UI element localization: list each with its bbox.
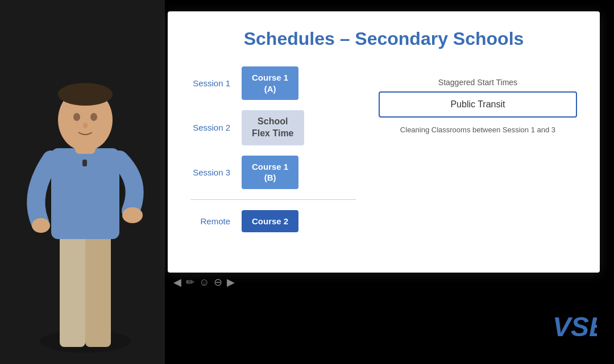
session-3-course: Course 1(B) [242, 156, 298, 189]
session-1-label: Session 1 [190, 78, 230, 88]
toolbar-face-icon[interactable]: ☺ [199, 277, 209, 288]
sessions-column: Session 1 Course 1(A) Session 2 SchoolFl… [190, 66, 356, 232]
toolbar-minus-icon[interactable]: ⊖ [214, 276, 222, 288]
slide-title: Schedules – Secondary Schools [190, 28, 577, 49]
sessions-divider [190, 199, 356, 200]
slide: Schedules – Secondary Schools Session 1 … [168, 11, 600, 273]
toolbar-edit-icon[interactable]: ✏ [186, 276, 194, 288]
svg-rect-12 [82, 160, 87, 166]
remote-label: Remote [190, 216, 230, 226]
right-column: Staggered Start Times Public Transit Cle… [379, 66, 577, 232]
presenter-area [0, 0, 165, 364]
svg-rect-2 [85, 233, 111, 347]
staggered-label: Staggered Start Times [379, 78, 577, 87]
public-transit-box: Public Transit [379, 91, 577, 118]
slide-toolbar: ◀ ✏ ☺ ⊖ ▶ [168, 274, 240, 291]
session-1-row: Session 1 Course 1(A) [190, 66, 356, 100]
cleaning-note: Cleaning Classrooms between Session 1 an… [379, 125, 577, 134]
session-2-course: SchoolFlex Time [242, 110, 304, 145]
svg-point-11 [83, 123, 88, 128]
svg-rect-1 [60, 233, 85, 347]
remote-course: Course 2 [242, 210, 298, 233]
session-2-row: Session 2 SchoolFlex Time [190, 110, 356, 145]
svg-point-4 [122, 207, 143, 223]
vsb-logo: VSB [551, 308, 597, 347]
svg-point-9 [73, 113, 80, 121]
svg-point-10 [90, 113, 97, 121]
svg-point-8 [58, 83, 113, 106]
toolbar-forward-icon[interactable]: ▶ [227, 276, 235, 288]
session-1-course: Course 1(A) [242, 66, 298, 100]
remote-row: Remote Course 2 [190, 210, 356, 233]
svg-point-5 [32, 218, 50, 233]
presenter-silhouette [11, 46, 159, 364]
session-3-label: Session 3 [190, 168, 230, 177]
toolbar-back-icon[interactable]: ◀ [173, 276, 181, 288]
slide-content: Session 1 Course 1(A) Session 2 SchoolFl… [190, 66, 577, 232]
session-2-label: Session 2 [190, 123, 230, 132]
session-3-row: Session 3 Course 1(B) [190, 156, 356, 189]
svg-text:VSB: VSB [553, 312, 597, 342]
